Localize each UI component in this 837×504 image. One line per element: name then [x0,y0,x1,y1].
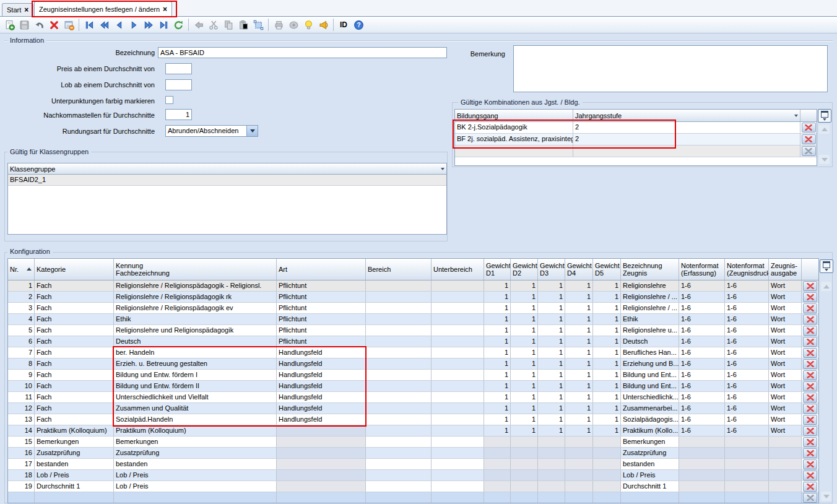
delete-row-button[interactable] [803,326,817,336]
cell-kennung[interactable]: Bemerkungen [114,437,277,447]
cell-unterbereich[interactable] [432,392,484,402]
nav-back-button[interactable] [112,18,126,32]
delete-row-button[interactable] [803,337,817,347]
cell-bereich[interactable] [366,459,432,469]
cell-kategorie[interactable]: Bemerkungen [35,437,114,447]
cell-d4[interactable]: 1 [565,381,593,391]
column-header-ausgabe[interactable]: Zeugnis-ausgabe [769,259,802,280]
cell-bereich[interactable] [366,358,432,369]
cell-d5[interactable]: 1 [593,358,621,369]
cell-nr[interactable]: 2 [8,292,35,302]
cell-unterbereich[interactable] [432,303,484,313]
cell-art[interactable]: Pflichtunt [277,303,366,313]
cell-nfz[interactable]: 1-6 [725,314,769,324]
cell-d3[interactable]: 1 [538,392,565,402]
cell-jahrgangsstufe[interactable]: 2 [573,122,800,133]
cell-ausgabe[interactable]: Wort [769,425,802,436]
cell-d2[interactable]: 1 [511,314,538,324]
cell-nfe[interactable]: 1-6 [679,403,725,414]
cell-d3[interactable]: 1 [538,325,565,336]
cell-nr[interactable]: 3 [8,303,35,313]
cell-d5[interactable]: 1 [593,381,621,391]
cell-kategorie[interactable]: Praktikum (Kolloquium) [35,425,114,436]
delete-row-button[interactable] [803,471,817,480]
cell-nr[interactable]: 19 [8,481,35,492]
cell-kennung[interactable]: Lob / Preis [114,481,277,492]
delete-row-button[interactable] [803,359,817,369]
cell-nfz[interactable]: 1-6 [725,292,769,302]
cell-kennung[interactable]: Lob / Preis [114,470,277,480]
cell-d1[interactable]: 1 [484,325,511,336]
cell-kennung[interactable]: Ethik [114,314,277,324]
cell-d2[interactable]: 1 [511,336,538,347]
cell-nr[interactable]: 5 [8,325,35,336]
cell-d1[interactable]: 1 [484,303,511,313]
cell-d5[interactable]: 1 [593,280,621,291]
cell-nfz[interactable]: 1-6 [725,381,769,391]
cell-bereich[interactable] [366,437,432,447]
cell-nr[interactable]: 12 [8,403,35,414]
klassengruppe-row[interactable]: BFSAID2_1 [8,175,446,186]
cell-d2[interactable]: 1 [511,414,538,425]
cell-bereich[interactable] [366,470,432,480]
cell-jahrgangsstufe[interactable]: 2 [573,134,800,145]
cell-kategorie[interactable]: Zusatzprüfung [35,448,114,458]
cell-nr[interactable]: 18 [8,470,35,480]
cell-d1[interactable]: 1 [484,370,511,380]
cell-d5[interactable]: 1 [593,425,621,436]
cell-d4[interactable]: 1 [565,314,593,324]
cell-d4[interactable]: 1 [565,347,593,358]
cell-nfz[interactable]: 1-6 [725,336,769,347]
column-header-klassengruppe[interactable]: Klassengruppe [8,163,446,174]
cell-unterbereich[interactable] [432,414,484,425]
cell-art[interactable]: Pflichtunt [277,325,366,336]
cell-nfz[interactable]: 1-6 [725,392,769,402]
cell-d1[interactable]: 1 [484,347,511,358]
cell-d5[interactable]: 1 [593,336,621,347]
cell-kategorie[interactable]: Fach [35,314,114,324]
cell-d4[interactable]: 1 [565,403,593,414]
bemerkung-textarea[interactable] [513,45,828,92]
cell-unterbereich[interactable] [432,370,484,380]
cell-ausgabe[interactable]: Wort [769,403,802,414]
cell-bez[interactable]: Berufliches Han... [621,347,679,358]
cell-art[interactable]: Handlungsfeld [277,414,366,425]
cell-art[interactable]: Pflichtunt [277,336,366,347]
cell-bereich[interactable] [366,292,432,302]
refresh-button[interactable] [171,18,185,32]
cell-d2[interactable]: 1 [511,325,538,336]
cell-d5[interactable]: 1 [593,392,621,402]
cell-ausgabe[interactable]: Wort [769,370,802,380]
cell-nr[interactable]: 14 [8,425,35,436]
cell-d2[interactable]: 1 [511,292,538,302]
rundungsart-select[interactable]: Abrunden/Abschneiden [165,125,258,137]
cell-kennung[interactable]: Praktikum (Kolloquium) [114,425,277,436]
delete-row-button[interactable] [803,437,817,447]
cell-d4[interactable]: 1 [565,336,593,347]
cell-nfz[interactable]: 1-6 [725,347,769,358]
cell-bez[interactable]: Bildung und Ent... [621,370,679,380]
cell-kennung[interactable]: ber. Handeln [114,347,277,358]
cell-nr[interactable]: 1 [8,280,35,291]
cell-kategorie[interactable]: bestanden [35,459,114,469]
tab-close-icon[interactable]: × [163,5,167,14]
cell-kategorie[interactable]: Fach [35,325,114,336]
lob-input[interactable] [165,79,192,90]
delete-row-button[interactable] [803,370,817,380]
cell-d1[interactable]: 1 [484,392,511,402]
column-header-unterbereich[interactable]: Unterbereich [432,259,484,280]
cell-d1[interactable]: 1 [484,425,511,436]
cell-d2[interactable]: 1 [511,370,538,380]
cell-nr[interactable]: 10 [8,381,35,391]
nachkomma-input[interactable] [165,109,192,120]
cell-d5[interactable]: 1 [593,292,621,302]
cell-art[interactable]: Handlungsfeld [277,403,366,414]
delete-row-button[interactable] [803,459,817,469]
cell-d3[interactable]: 1 [538,280,565,291]
delete-row-button[interactable] [803,426,817,436]
cell-kategorie[interactable]: Fach [35,414,114,425]
cell-art[interactable]: Pflichtunt [277,292,366,302]
scroll-up-button[interactable] [819,124,830,134]
cell-bereich[interactable] [366,392,432,402]
cell-ausgabe[interactable]: Wort [769,392,802,402]
